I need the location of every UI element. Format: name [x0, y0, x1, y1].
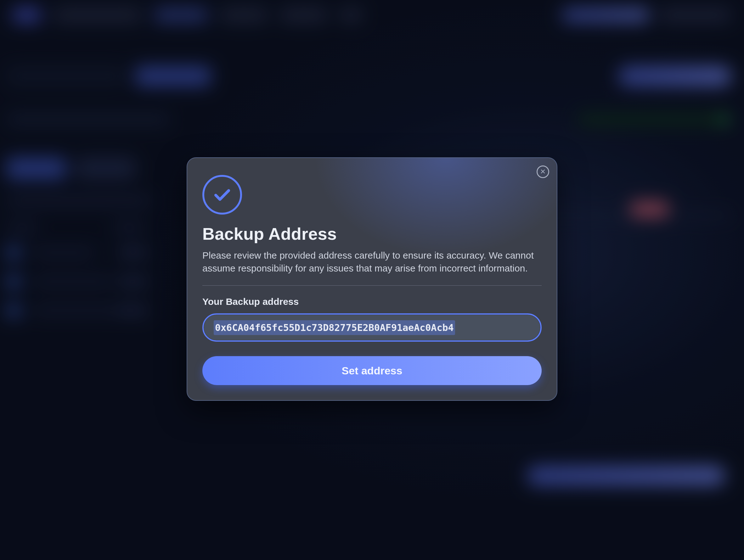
backup-address-field[interactable]: 0x6CA04f65fc55D1c73D82775E2B0AF91aeAc0Ac… [202, 313, 542, 342]
set-address-button[interactable]: Set address [202, 356, 542, 385]
modal-description: Please review the provided address caref… [202, 249, 542, 275]
modal-overlay: Backup Address Please review the provide… [0, 0, 744, 560]
close-button[interactable] [536, 165, 549, 178]
close-icon [541, 169, 546, 175]
backup-address-modal: Backup Address Please review the provide… [187, 157, 557, 401]
divider [202, 285, 542, 286]
check-circle-icon [202, 175, 242, 214]
modal-title: Backup Address [202, 224, 542, 243]
backup-address-value: 0x6CA04f65fc55D1c73D82775E2B0AF91aeAc0Ac… [214, 320, 455, 335]
backup-address-label: Your Backup address [202, 296, 542, 307]
